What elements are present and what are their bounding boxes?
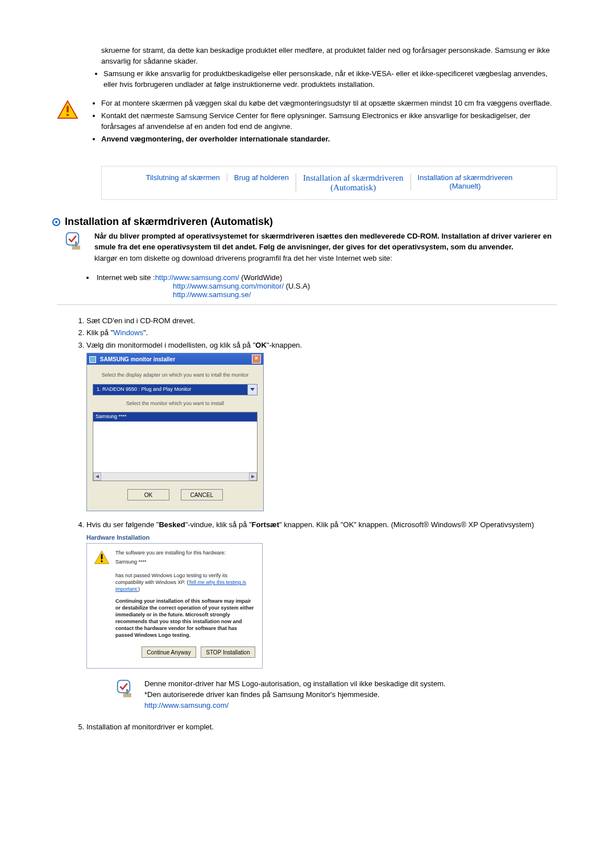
step-2: Klik på "Windows". (86, 327, 557, 339)
tab-label: Installation af skærmdriveren (418, 173, 513, 182)
hardware-installation-dialog: The software you are installing for this… (86, 543, 263, 669)
section-heading: Installation af skærmdriveren (Automatis… (65, 216, 557, 228)
scroll-right-icon[interactable] (249, 473, 257, 481)
horizontal-scrollbar[interactable] (93, 472, 257, 481)
monitor-listbox[interactable]: Samsung **** (93, 412, 258, 481)
close-icon[interactable]: × (252, 354, 261, 364)
tab-connecting-monitor[interactable]: Tilslutning af skærmen (139, 173, 227, 182)
warning-bullet: Kontakt det nærmeste Samsung Service Cen… (101, 111, 555, 132)
cancel-button[interactable]: CANCEL (181, 489, 223, 500)
svg-marker-6 (96, 475, 99, 478)
svg-rect-10 (101, 561, 103, 562)
installer-dialog: SAMSUNG monitor installer × Select the d… (86, 353, 264, 511)
app-icon (89, 356, 96, 363)
tabs-container: Tilslutning af skærmen Brug af holderen … (101, 166, 557, 200)
tab-driver-manual[interactable]: Installation af skærmdriveren (Manuelt) (410, 173, 520, 190)
divider (57, 304, 557, 305)
link-samsung-usa[interactable]: http://www.samsung.com/monitor/ (173, 282, 284, 290)
svg-rect-9 (101, 554, 103, 559)
section-plain: klargør en tom diskette og download driv… (94, 253, 557, 264)
internet-links-item: Internet web site :http://www.samsung.co… (86, 273, 557, 299)
installer-label-2: Select the monitor which you want to ins… (93, 400, 258, 408)
hw-line3b: ) (138, 586, 140, 592)
chevron-down-icon[interactable] (247, 385, 257, 395)
svg-rect-5 (75, 241, 77, 247)
ok-button[interactable]: OK (127, 489, 169, 500)
combobox-text: 1. RADEON 9550 : Plug and Play Monitor (93, 385, 247, 395)
svg-rect-2 (67, 114, 69, 116)
tab-label: Installation af skærmdriveren (303, 173, 404, 182)
step-3: Vælg din monitormodel i modellisten, og … (86, 340, 557, 512)
svg-rect-13 (126, 689, 128, 694)
top-fragment-text: skruerne for stramt, da dette kan beskad… (101, 45, 557, 67)
tab-driver-auto[interactable]: Installation af skærmdriveren (Automatis… (296, 173, 410, 193)
note-line1: Denne monitor-driver har MS Logo-autoris… (144, 679, 446, 690)
stop-installation-button[interactable]: STOP Installation (201, 646, 255, 658)
install-steps: Sæt CD'en ind i CD-ROM drevet. Klik på "… (70, 315, 557, 733)
section-intro: Når du bliver prompted af operativsystem… (94, 231, 557, 253)
installer-title: SAMSUNG monitor installer (89, 355, 175, 364)
note-line2: *Den autoriserede driver kan findes på S… (144, 690, 446, 700)
step-1: Sæt CD'en ind i CD-ROM drevet. (86, 315, 557, 327)
hw-install-heading: Hardware Installation (86, 533, 557, 542)
warning-triangle-icon (94, 549, 110, 565)
tab-sublabel: (Manuelt) (418, 182, 513, 190)
section-bullet-icon (52, 218, 60, 226)
link-samsung-se[interactable]: http://www.samsung.se/ (173, 290, 251, 299)
tab-label: Brug af holderen (234, 173, 289, 182)
step-5: Installation af monitordriver er komplet… (86, 721, 557, 733)
scroll-left-icon[interactable] (93, 473, 101, 481)
checkmark-note-icon (116, 679, 136, 699)
installer-label-1: Select the display adapter on which you … (93, 372, 258, 379)
warning-triangle-icon (57, 100, 78, 119)
svg-marker-7 (251, 475, 255, 478)
warning-bold-bullet: Anvend vægmontering, der overholder inte… (101, 134, 555, 145)
warning-bullet: For at montere skærmen på væggen skal du… (101, 98, 555, 109)
step-4: Hvis du ser følgende "Besked"-vindue, kl… (86, 519, 557, 711)
link-suffix: (WorldWide) (239, 273, 283, 282)
tab-using-stand[interactable]: Brug af holderen (227, 173, 296, 182)
checkmark-note-icon (65, 231, 85, 252)
samsung-home-link[interactable]: http://www.samsung.com/ (144, 701, 229, 710)
tab-sublabel: (Automatisk) (303, 183, 404, 193)
adapter-combobox[interactable]: 1. RADEON 9550 : Plug and Play Monitor (93, 384, 258, 395)
hw-line1: The software you are installing for this… (115, 549, 226, 556)
hw-warning-bold: Continuing your installation of this sof… (115, 598, 255, 639)
hw-line2: Samsung **** (115, 558, 226, 565)
list-item[interactable]: Samsung **** (93, 412, 257, 422)
svg-rect-1 (67, 106, 69, 112)
windows-link[interactable]: Windows (113, 328, 143, 337)
tab-label: Tilslutning af skærmen (146, 173, 220, 182)
link-suffix: (U.S.A) (284, 282, 310, 290)
link-samsung-worldwide[interactable]: http://www.samsung.com/ (155, 273, 239, 282)
links-label: Internet web site : (97, 273, 155, 282)
top-bullet: Samsung er ikke ansvarlig for produktbes… (103, 69, 555, 90)
continue-anyway-button[interactable]: Continue Anyway (142, 646, 196, 658)
